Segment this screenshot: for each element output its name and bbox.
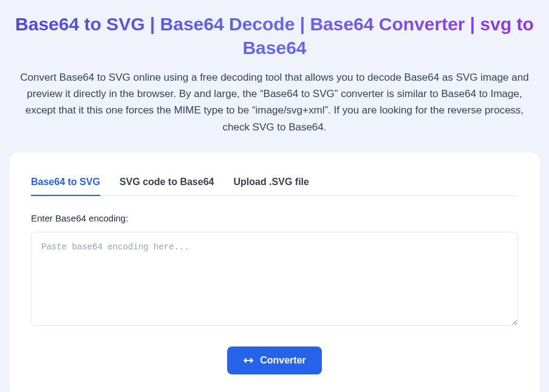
- page-title: Base64 to SVG | Base64 Decode | Base64 C…: [13, 12, 536, 59]
- base64-input-label: Enter Base64 encoding:: [31, 213, 518, 223]
- tab-base64-to-svg[interactable]: Base64 to SVG: [31, 169, 100, 196]
- converter-button-label: Converter: [260, 355, 306, 366]
- swap-icon: [243, 355, 254, 366]
- button-row: Converter: [31, 346, 518, 374]
- tab-svg-code-to-base64[interactable]: SVG code to Base64: [120, 169, 214, 196]
- tab-upload-svg-file[interactable]: Upload .SVG file: [233, 169, 309, 196]
- base64-input[interactable]: [31, 232, 518, 326]
- converter-button[interactable]: Converter: [227, 346, 322, 374]
- tab-list: Base64 to SVG SVG code to Base64 Upload …: [31, 169, 518, 196]
- converter-card: Base64 to SVG SVG code to Base64 Upload …: [9, 152, 540, 392]
- page-description: Convert Base64 to SVG online using a fre…: [13, 69, 536, 135]
